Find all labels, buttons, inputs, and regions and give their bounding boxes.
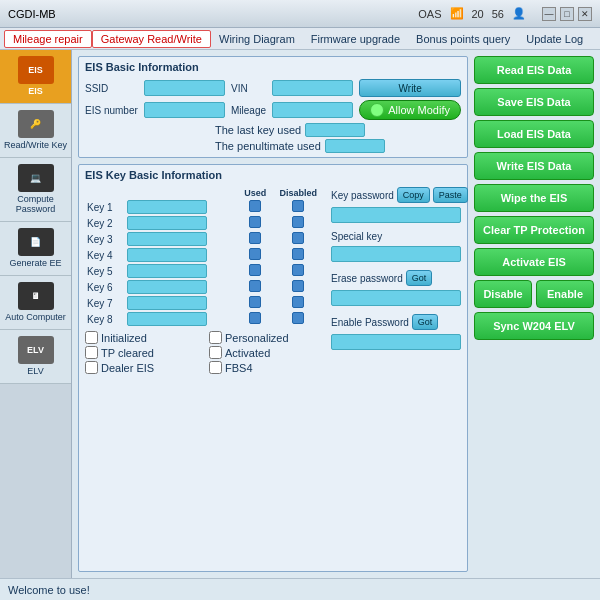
enable-password-row: Enable Password Got: [331, 314, 461, 330]
erase-password-row: Erase password Got: [331, 270, 461, 286]
menu-item-gateway[interactable]: Gateway Read/Write: [92, 30, 211, 48]
main-layout: EIS EIS 🔑 Read/Write Key 💻 Compute Passw…: [0, 50, 600, 578]
key-input[interactable]: [127, 264, 207, 278]
close-button[interactable]: ✕: [578, 7, 592, 21]
last-key-input[interactable]: [305, 123, 365, 137]
sidebar-item-auto[interactable]: 🖥 Auto Computer: [0, 276, 71, 330]
allow-modify-button[interactable]: Allow Modify: [359, 100, 461, 120]
signal-label: 20: [472, 8, 484, 20]
disabled-checkbox-6[interactable]: [292, 280, 304, 292]
special-key-input[interactable]: [331, 246, 461, 262]
wipe-eis-button[interactable]: Wipe the EIS: [474, 184, 594, 212]
activated-label: Activated: [225, 347, 270, 359]
fbs4-checkbox[interactable]: [209, 361, 222, 374]
tp-cleared-checkbox[interactable]: [85, 346, 98, 359]
sidebar-item-elv[interactable]: ELV ELV: [0, 330, 71, 384]
load-eis-button[interactable]: Load EIS Data: [474, 120, 594, 148]
menu-item-wiring[interactable]: Wiring Diagram: [211, 31, 303, 47]
fbs4-label: FBS4: [225, 362, 253, 374]
sidebar-item-readwrite[interactable]: 🔑 Read/Write Key: [0, 104, 71, 158]
used-checkbox-5[interactable]: [249, 264, 261, 276]
menu-item-firmware[interactable]: Firmware upgrade: [303, 31, 408, 47]
sidebar-readwrite-label: Read/Write Key: [4, 140, 67, 151]
used-checkbox-4[interactable]: [249, 248, 261, 260]
menu-item-mileage[interactable]: Mileage repair: [4, 30, 92, 48]
disabled-checkbox-8[interactable]: [292, 312, 304, 324]
copy-button[interactable]: Copy: [397, 187, 430, 203]
battery-label: 56: [492, 8, 504, 20]
menu-item-update[interactable]: Update Log: [518, 31, 591, 47]
key-password-input-row: [331, 207, 461, 223]
sync-w204-button[interactable]: Sync W204 ELV: [474, 312, 594, 340]
center-panel: EIS Basic Information SSID VIN Write EIS…: [78, 56, 468, 572]
disable-button[interactable]: Disable: [474, 280, 532, 308]
eis-basic-title: EIS Basic Information: [85, 61, 461, 75]
sidebar-auto-label: Auto Computer: [5, 312, 66, 323]
enable-password-input[interactable]: [331, 334, 461, 350]
disabled-checkbox-1[interactable]: [292, 200, 304, 212]
used-checkbox-8[interactable]: [249, 312, 261, 324]
write-button[interactable]: Write: [359, 79, 461, 97]
used-checkbox-2[interactable]: [249, 216, 261, 228]
maximize-button[interactable]: □: [560, 7, 574, 21]
elv-icon: ELV: [18, 336, 54, 364]
save-eis-button[interactable]: Save EIS Data: [474, 88, 594, 116]
write-eis-button[interactable]: Write EIS Data: [474, 152, 594, 180]
enable-password-input-row: [331, 334, 461, 350]
special-key-label: Special key: [331, 231, 382, 242]
clear-tp-button[interactable]: Clear TP Protection: [474, 216, 594, 244]
last-key-label: The last key used: [215, 124, 301, 136]
used-checkbox-3[interactable]: [249, 232, 261, 244]
disabled-checkbox-3[interactable]: [292, 232, 304, 244]
status-checkboxes: Initialized Personalized TP cleared: [85, 331, 325, 374]
ssid-input[interactable]: [144, 80, 225, 96]
key-col-header: [85, 187, 125, 199]
disabled-checkbox-2[interactable]: [292, 216, 304, 228]
got-button-2[interactable]: Got: [412, 314, 439, 330]
got-button-1[interactable]: Got: [406, 270, 433, 286]
used-checkbox-7[interactable]: [249, 296, 261, 308]
paste-button[interactable]: Paste: [433, 187, 468, 203]
key-input[interactable]: [127, 232, 207, 246]
disabled-checkbox-5[interactable]: [292, 264, 304, 276]
enable-button[interactable]: Enable: [536, 280, 594, 308]
key-input[interactable]: [127, 248, 207, 262]
dealer-eis-checkbox[interactable]: [85, 361, 98, 374]
eis-number-input[interactable]: [144, 102, 225, 118]
personalized-checkbox[interactable]: [209, 331, 222, 344]
oas-label: OAS: [418, 8, 441, 20]
key-input[interactable]: [127, 296, 207, 310]
activate-eis-button[interactable]: Activate EIS: [474, 248, 594, 276]
title-bar-controls[interactable]: — □ ✕: [542, 7, 592, 21]
key-label: Key 6: [85, 279, 125, 295]
used-checkbox-1[interactable]: [249, 200, 261, 212]
minimize-button[interactable]: —: [542, 7, 556, 21]
disabled-checkbox-7[interactable]: [292, 296, 304, 308]
enable-password-label: Enable Password: [331, 317, 409, 328]
penultimate-input[interactable]: [325, 139, 385, 153]
activated-checkbox[interactable]: [209, 346, 222, 359]
initialized-checkbox[interactable]: [85, 331, 98, 344]
key-password-input[interactable]: [331, 207, 461, 223]
col-disabled: Disabled: [271, 187, 325, 199]
disabled-checkbox-4[interactable]: [292, 248, 304, 260]
key-label: Key 7: [85, 295, 125, 311]
used-checkbox-6[interactable]: [249, 280, 261, 292]
mileage-input[interactable]: [272, 102, 353, 118]
sidebar-item-generate[interactable]: 📄 Generate EE: [0, 222, 71, 276]
key-label: Key 2: [85, 215, 125, 231]
erase-password-input[interactable]: [331, 290, 461, 306]
menu-item-bonus[interactable]: Bonus points query: [408, 31, 518, 47]
sidebar-eis-label: EIS: [28, 86, 43, 97]
vin-input[interactable]: [272, 80, 353, 96]
col-used: Used: [239, 187, 272, 199]
title-bar: CGDI-MB OAS 📶 20 56 👤 — □ ✕: [0, 0, 600, 28]
key-input[interactable]: [127, 312, 207, 326]
sidebar-item-eis[interactable]: EIS EIS: [0, 50, 71, 104]
read-eis-button[interactable]: Read EIS Data: [474, 56, 594, 84]
key-col-value: [125, 187, 239, 199]
key-input[interactable]: [127, 216, 207, 230]
key-input[interactable]: [127, 280, 207, 294]
key-input[interactable]: [127, 200, 207, 214]
sidebar-item-compute[interactable]: 💻 Compute Password: [0, 158, 71, 223]
